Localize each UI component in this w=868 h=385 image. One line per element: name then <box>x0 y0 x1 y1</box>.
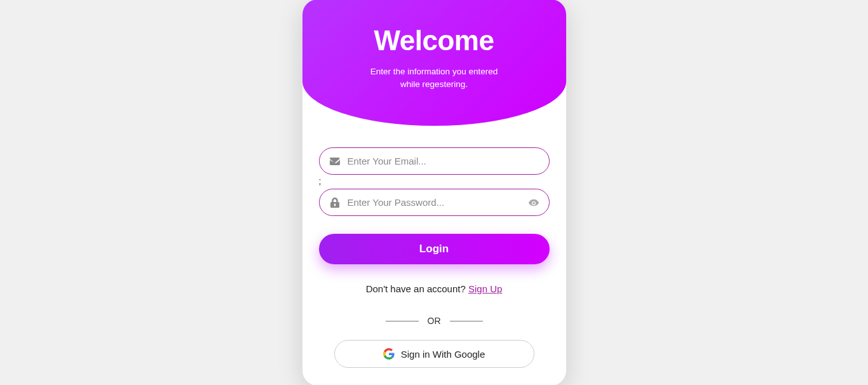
stray-semicolon: ; <box>319 176 550 186</box>
email-group <box>319 147 550 175</box>
password-field[interactable] <box>319 189 550 216</box>
signup-line: Don't have an account? Sign Up <box>319 283 550 294</box>
divider-line-right <box>450 321 483 321</box>
google-signin-button[interactable]: Sign in With Google <box>334 340 534 368</box>
envelope-icon <box>329 156 341 167</box>
eye-icon[interactable] <box>528 197 539 208</box>
password-group <box>319 189 550 216</box>
form-area: ; Login Don't have an account? Sign Up <box>302 126 566 385</box>
login-card: Welcome Enter the information you entere… <box>302 0 566 385</box>
welcome-title: Welcome <box>322 25 547 57</box>
divider-line-left <box>386 321 419 321</box>
welcome-subtitle: Enter the information you entered while … <box>367 65 501 91</box>
signup-link[interactable]: Sign Up <box>468 283 502 294</box>
lock-icon <box>329 197 341 208</box>
card-header: Welcome Enter the information you entere… <box>302 0 566 126</box>
email-field[interactable] <box>319 147 550 175</box>
signup-prompt: Don't have an account? <box>366 283 468 294</box>
or-divider: OR <box>319 316 550 326</box>
divider-label: OR <box>428 316 441 326</box>
login-button[interactable]: Login <box>319 234 550 264</box>
google-label: Sign in With Google <box>401 349 485 360</box>
google-icon <box>383 348 395 360</box>
